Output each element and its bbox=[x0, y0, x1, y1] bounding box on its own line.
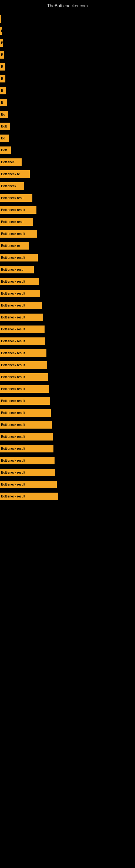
bar-item: Bottleneck bbox=[0, 182, 24, 190]
bar-item: Bottleneck result bbox=[0, 278, 39, 285]
bar-row: Bottleneck result bbox=[0, 336, 135, 347]
bar-row: Bottleneck resu bbox=[0, 264, 135, 275]
bar-item: Bottleneck result bbox=[0, 385, 49, 393]
bar-item: | bbox=[0, 15, 1, 23]
bar-item: Bottleneck result bbox=[0, 373, 48, 381]
bar-item: B bbox=[0, 63, 5, 70]
bar-item: Bottleneck result bbox=[0, 290, 40, 297]
bar-item: Bottleneck result bbox=[0, 326, 45, 333]
bar-row: Bottleneck resu bbox=[0, 216, 135, 227]
bar-item: Bottleneck result bbox=[0, 337, 45, 345]
bar-row: B bbox=[0, 50, 135, 60]
bar-item: Bottleneck result bbox=[0, 302, 42, 309]
bar-row: Bottleneck result bbox=[0, 312, 135, 323]
bar-row: Bo bbox=[0, 133, 135, 144]
bar-row: Bottleneck result bbox=[0, 491, 135, 502]
bar-row: Bottleneck result bbox=[0, 443, 135, 454]
bar-row: Bottleneck result bbox=[0, 467, 135, 478]
bar-row: Bo bbox=[0, 109, 135, 120]
bar-row: Bottleneck result bbox=[0, 479, 135, 490]
bar-item: Bottleneck result bbox=[0, 469, 55, 476]
bar-item: Bottleneck result bbox=[0, 254, 38, 261]
bar-item: Bottleneck resu bbox=[0, 218, 33, 226]
bar-item: Bottleneck result bbox=[0, 361, 47, 369]
bar-row: Bottleneck result bbox=[0, 300, 135, 311]
bar-row: B bbox=[0, 26, 135, 36]
bar-row: Bottleneck re bbox=[0, 240, 135, 251]
bar-item: B bbox=[0, 87, 6, 94]
bar-row: Bottleneck result bbox=[0, 372, 135, 382]
bar-item: Bottleneck result bbox=[0, 445, 53, 453]
bar-row: Bottlenec bbox=[0, 157, 135, 167]
bar-row: Bottleneck result bbox=[0, 396, 135, 406]
bar-row: B bbox=[0, 97, 135, 108]
bar-item: Bottleneck result bbox=[0, 349, 46, 357]
bar-item: Bo bbox=[0, 111, 8, 118]
bar-item: B bbox=[0, 99, 7, 106]
bar-row: Bottleneck resu bbox=[0, 193, 135, 204]
bar-item: Bottleneck result bbox=[0, 457, 54, 464]
bar-row: Bottleneck result bbox=[0, 360, 135, 371]
bar-item: B bbox=[0, 75, 5, 83]
bar-row: Bottleneck result bbox=[0, 348, 135, 359]
bar-row: Bott bbox=[0, 121, 135, 132]
bar-item: Bottleneck re bbox=[0, 170, 30, 178]
bar-item: Bottleneck result bbox=[0, 397, 50, 405]
bar-item: B bbox=[0, 51, 4, 59]
bar-row: Bottleneck result bbox=[0, 420, 135, 430]
bar-row: Bottleneck result bbox=[0, 276, 135, 287]
bar-row: Bottleneck result bbox=[0, 252, 135, 263]
bar-item: Bott bbox=[0, 123, 10, 130]
bar-row: | bbox=[0, 13, 135, 24]
bar-item: Bottleneck result bbox=[0, 480, 57, 488]
bar-row: Bottleneck result bbox=[0, 205, 135, 215]
bar-item: Bottleneck result bbox=[0, 230, 37, 238]
bar-item: Bottleneck result bbox=[0, 206, 37, 214]
bar-row: Bott bbox=[0, 145, 135, 156]
bar-item: B bbox=[0, 39, 3, 46]
bar-item: Bottlenec bbox=[0, 158, 21, 166]
bar-row: B bbox=[0, 73, 135, 84]
bar-item: Bottleneck result bbox=[0, 493, 58, 500]
bar-row: B bbox=[0, 61, 135, 72]
bar-item: Bottleneck result bbox=[0, 433, 53, 440]
bar-row: Bottleneck result bbox=[0, 431, 135, 442]
bar-item: B bbox=[0, 27, 2, 35]
bar-item: Bottleneck re bbox=[0, 242, 29, 250]
bar-item: Bott bbox=[0, 147, 11, 154]
bar-row: Bottleneck result bbox=[0, 288, 135, 299]
bar-row: B bbox=[0, 85, 135, 96]
bar-row: Bottleneck re bbox=[0, 169, 135, 180]
bar-row: Bottleneck result bbox=[0, 324, 135, 335]
bar-row: Bottleneck result bbox=[0, 455, 135, 466]
bars-container: |BBBBBBBBoBottBoBottBottlenecBottleneck … bbox=[0, 13, 135, 503]
bar-row: Bottleneck result bbox=[0, 383, 135, 394]
bar-item: Bottleneck result bbox=[0, 314, 43, 321]
site-title: TheBottlenecker.com bbox=[0, 1, 135, 10]
bar-item: Bo bbox=[0, 134, 9, 142]
bar-row: Bottleneck result bbox=[0, 228, 135, 239]
bar-row: B bbox=[0, 37, 135, 48]
bar-item: Bottleneck result bbox=[0, 421, 52, 429]
bar-row: Bottleneck bbox=[0, 181, 135, 191]
bar-item: Bottleneck resu bbox=[0, 194, 32, 202]
bar-item: Bottleneck result bbox=[0, 409, 51, 416]
bar-row: Bottleneck result bbox=[0, 407, 135, 418]
bar-item: Bottleneck resu bbox=[0, 266, 34, 273]
